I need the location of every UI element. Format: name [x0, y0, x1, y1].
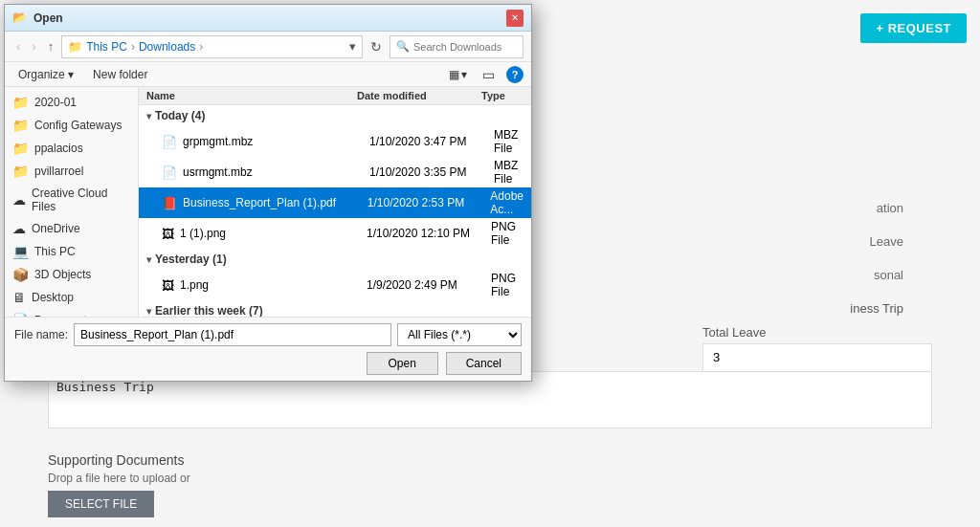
file-icon-grpmgmt: 📄 [162, 135, 177, 149]
sidebar-label-thispc: This PC [34, 245, 76, 258]
filelist-header: Name Date modified Type [139, 87, 531, 105]
sidebar-item-onedrive[interactable]: ☁ OneDrive [5, 217, 138, 240]
path-bar[interactable]: 📁 This PC › Downloads › ▾ [61, 35, 363, 58]
file-type-business-report: Adobe Ac... [490, 189, 523, 216]
file-type-grpmgmt: MBZ File [494, 128, 523, 155]
sidebar-item-config-gateways[interactable]: 📁 Config Gateways [5, 114, 138, 137]
total-leave-label: Total Leave [702, 325, 932, 340]
sidebar-item-thispc[interactable]: 💻 This PC [5, 240, 138, 263]
view-icon: ▦ [449, 68, 459, 81]
path-item-thispc[interactable]: This PC [86, 40, 127, 54]
group-earlier[interactable]: ▾ Earlier this week (7) [139, 300, 531, 317]
sidebar-icon-ppalacios: 📁 [12, 141, 29, 156]
file-type-1png: PNG File [491, 220, 523, 247]
file-row-usrmgmt[interactable]: 📄 usrmgmt.mbz 1/10/2020 3:35 PM MBZ File [139, 157, 531, 187]
organize-arrow: ▾ [68, 68, 74, 81]
open-button[interactable]: Open [367, 352, 438, 375]
sidebar-item-2020-01[interactable]: 📁 2020-01 [5, 91, 138, 114]
file-type-1png-y: PNG File [491, 272, 523, 298]
file-name-grpmgmt: grpmgmt.mbz [183, 135, 369, 148]
pane-button[interactable]: ▭ [479, 65, 499, 84]
sidebar-icon-desktop: 🖥 [12, 290, 26, 305]
filetype-select[interactable]: All Files (*.*)PDF Files (*.pdf)All File… [397, 323, 522, 346]
bg-label-3: sonal [874, 268, 903, 282]
sidebar-item-creative-cloud[interactable]: ☁ Creative Cloud Files [5, 183, 138, 217]
view-button[interactable]: ▦ ▾ [445, 66, 471, 83]
supporting-sub-text: Drop a file here to upload or [48, 472, 190, 485]
group-yesterday[interactable]: ▾ Yesterday (1) [139, 249, 531, 270]
file-row-1png-yesterday[interactable]: 🖼 1.png 1/9/2020 2:49 PM PNG File [139, 270, 531, 300]
sidebar-icon-3d: 📦 [12, 267, 29, 282]
path-item-downloads[interactable]: Downloads [139, 40, 195, 54]
cancel-button[interactable]: Cancel [446, 352, 522, 375]
file-open-dialog: 📂 Open ✕ ‹ › ↑ 📁 This PC › Downloads › ▾… [4, 4, 532, 382]
organize-label: Organize [18, 68, 65, 81]
sidebar-icon-2020-01: 📁 [12, 95, 29, 110]
refresh-button[interactable]: ↻ [367, 37, 386, 56]
select-file-button[interactable]: SELECT FILE [48, 491, 154, 517]
sidebar-icon-creative: ☁ [12, 192, 26, 208]
sidebar-icon-thispc: 💻 [12, 244, 29, 259]
file-date-business-report: 1/10/2020 2:53 PM [368, 196, 491, 209]
path-sep-1: › [131, 40, 135, 54]
dialog-title-left: 📂 Open [12, 11, 63, 26]
dialog-titlebar: 📂 Open ✕ [5, 5, 531, 32]
col-header-date[interactable]: Date modified [357, 90, 481, 101]
chevron-yesterday: ▾ [146, 254, 151, 265]
sidebar-icon-config: 📁 [12, 118, 29, 133]
dialog-filelist: Name Date modified Type ▾ Today (4) 📄 gr… [139, 87, 531, 317]
file-row-grpmgmt[interactable]: 📄 grpmgmt.mbz 1/10/2020 3:47 PM MBZ File [139, 126, 531, 157]
help-button[interactable]: ? [506, 66, 523, 83]
dialog-toolbar2: Organize ▾ New folder ▦ ▾ ▭ ? [5, 62, 531, 87]
sidebar-label-ppalacios: ppalacios [34, 142, 83, 155]
file-row-business-report[interactable]: 📕 Business_Report_Plan (1).pdf 1/10/2020… [139, 187, 531, 218]
request-button[interactable]: + REQUEST [860, 13, 967, 43]
sidebar-icon-pvillarroel: 📁 [12, 164, 29, 179]
path-sep-2: › [199, 40, 203, 54]
sidebar-item-documents[interactable]: 📄 Documents [5, 309, 138, 317]
dialog-bottom-row2: Open Cancel [14, 352, 522, 375]
dialog-title-text: Open [33, 11, 63, 25]
group-yesterday-label: Yesterday (1) [155, 253, 227, 266]
supporting-label: Supporting Documents [48, 452, 190, 468]
view-arrow: ▾ [461, 68, 467, 81]
sidebar-item-3d-objects[interactable]: 📦 3D Objects [5, 263, 138, 286]
sidebar-label-creative: Creative Cloud Files [32, 187, 130, 213]
col-header-type[interactable]: Type [481, 90, 523, 101]
up-button[interactable]: ↑ [44, 37, 58, 55]
group-today[interactable]: ▾ Today (4) [139, 105, 531, 126]
file-name-1png-y: 1.png [180, 278, 367, 292]
supporting-section: Supporting Documents Drop a file here to… [48, 452, 190, 517]
dialog-sidebar: 📁 2020-01 📁 Config Gateways 📁 ppalacios … [5, 87, 139, 317]
bg-label-1: ation [877, 201, 903, 215]
sidebar-item-ppalacios[interactable]: 📁 ppalacios [5, 137, 138, 160]
file-row-1png[interactable]: 🖼 1 (1).png 1/10/2020 12:10 PM PNG File [139, 218, 531, 249]
path-folder-icon: 📁 [68, 40, 82, 54]
sidebar-label-onedrive: OneDrive [32, 222, 80, 235]
file-date-grpmgmt: 1/10/2020 3:47 PM [369, 135, 494, 148]
search-input[interactable] [413, 41, 517, 53]
file-date-1png: 1/10/2020 12:10 PM [367, 227, 491, 240]
file-icon-1png: 🖼 [162, 227, 174, 241]
sidebar-label-2020-01: 2020-01 [34, 96, 77, 109]
path-dropdown-button[interactable]: ▾ [349, 39, 356, 54]
bg-label-4: iness Trip [850, 301, 903, 316]
back-button[interactable]: ‹ [12, 37, 24, 55]
dialog-content: 📁 2020-01 📁 Config Gateways 📁 ppalacios … [5, 87, 531, 317]
dialog-close-button[interactable]: ✕ [506, 10, 523, 27]
file-name-usrmgmt: usrmgmt.mbz [183, 165, 369, 179]
sidebar-label-config: Config Gateways [34, 119, 122, 132]
dialog-bottom: File name: All Files (*.*)PDF Files (*.p… [5, 317, 531, 381]
filename-input[interactable] [74, 323, 391, 346]
col-header-name[interactable]: Name [146, 90, 357, 101]
organize-button[interactable]: Organize ▾ [12, 66, 79, 83]
sidebar-item-desktop[interactable]: 🖥 Desktop [5, 286, 138, 309]
file-type-usrmgmt: MBZ File [494, 159, 523, 186]
sidebar-item-pvillarroel[interactable]: 📁 pvillarroel [5, 160, 138, 183]
sidebar-label-3d: 3D Objects [34, 268, 91, 281]
file-name-1png: 1 (1).png [180, 227, 367, 240]
chevron-earlier: ▾ [146, 306, 151, 317]
new-folder-button[interactable]: New folder [87, 66, 153, 83]
forward-button[interactable]: › [28, 37, 39, 55]
file-date-1png-y: 1/9/2020 2:49 PM [367, 278, 491, 292]
